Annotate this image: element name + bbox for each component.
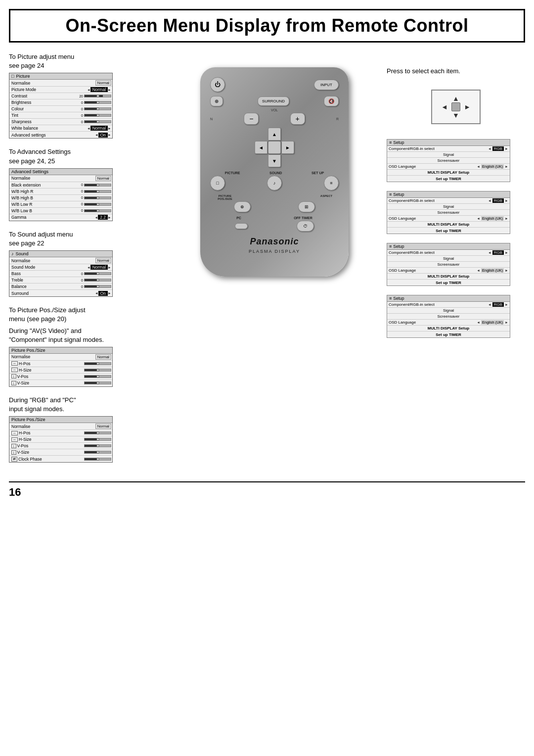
dpad-up-button[interactable]: ▲ xyxy=(268,128,281,141)
setup-box-3: ≡ Setup Component/RGB-in select ◄ RGB ► … xyxy=(387,243,510,286)
sound-button[interactable]: ♪ xyxy=(267,176,282,190)
setup-row: Component/RGB-in select ◄ RGB ► xyxy=(387,302,510,308)
picture-adjust-label: To Picture adjust menusee page 24 xyxy=(9,52,162,70)
vol-plus-button[interactable]: + xyxy=(290,113,305,125)
setup-row: Set up TIMER xyxy=(387,176,510,182)
off-timer-button[interactable]: ⏱ xyxy=(297,221,314,232)
remote-second-row: ⊕ SURROUND 🔇 xyxy=(210,96,339,106)
menu-row: ↕ V-Size xyxy=(9,449,112,456)
menu-row: W/B High B 0 xyxy=(9,195,112,201)
right-column: Press to select each item. ▲ ▼ ◄ ► ≡ Set… xyxy=(387,52,525,472)
advanced-settings-section: To Advanced Settingssee page 24, 25 Adva… xyxy=(9,147,162,221)
page-footer: 16 xyxy=(9,481,525,499)
mute-button[interactable]: 🔇 xyxy=(324,96,339,106)
menu-row: Picture Mode ◄ Normal ► xyxy=(9,87,112,93)
n-label: N xyxy=(210,117,213,121)
sound-adjust-section: To Sound adjust menusee page 22 ♪ Sound … xyxy=(9,230,162,297)
setup-box-2: ≡ Setup Component/RGB-in select ◄ RGB ► … xyxy=(387,191,510,234)
setup-row: Screensaver xyxy=(387,262,510,268)
pc-button[interactable] xyxy=(235,223,248,229)
picture-pos-rgb-section: During "RGB" and "PC"input signal modes.… xyxy=(9,396,162,463)
left-column: To Picture adjust menusee page 24 □ Pict… xyxy=(9,52,162,472)
menu-row: ⇌ Clock Phase xyxy=(9,456,112,462)
aspect-button[interactable]: ⊞ xyxy=(298,201,315,212)
dpad-left-button[interactable]: ◄ xyxy=(255,141,267,154)
input-button[interactable]: INPUT xyxy=(314,80,339,90)
menu-row: White balance ◄ Normal ► xyxy=(9,125,112,132)
power-button[interactable]: ⏻ xyxy=(210,77,225,92)
advanced-menu-box: Advanced Settings Normalise Normal Black… xyxy=(9,168,113,221)
setup-row: Signal xyxy=(387,152,510,158)
surround-button[interactable]: SURROUND xyxy=(258,96,289,106)
dpad-right-button[interactable]: ► xyxy=(281,141,294,154)
advanced-menu-title: Advanced Settings xyxy=(9,169,112,175)
menu-row: ↕ V-Size xyxy=(9,380,112,386)
picture-pos-rgb-label: During "RGB" and "PC"input signal modes. xyxy=(9,396,162,414)
menu-row: Contrast 20 xyxy=(9,93,112,99)
setup-row: OSD Language ◄ English (UK) ► xyxy=(387,164,510,170)
sound-menu-title: ♪ Sound xyxy=(9,251,112,257)
dpad-center-button[interactable] xyxy=(268,141,281,154)
cc-button[interactable]: ⊕ xyxy=(210,96,223,106)
menu-row: Normalise Normal xyxy=(9,257,112,264)
picture-pos-button[interactable]: ⊕ xyxy=(234,201,251,212)
sound-adjust-label: To Sound adjust menusee page 22 xyxy=(9,230,162,248)
setup-button[interactable]: ≡ xyxy=(324,176,339,190)
menu-row: Balance 0 xyxy=(9,284,112,290)
setup-icon-1: ≡ xyxy=(389,140,392,145)
setup-icon-2: ≡ xyxy=(389,192,392,197)
setup-row: MULTI DISPLAY Setup xyxy=(387,326,510,331)
picture-pos-label: PICTUREPOS./SIZE xyxy=(210,194,240,200)
menu-row: Surround ◄ On ► xyxy=(9,290,112,296)
setup-row: Component/RGB-in select ◄ RGB ► xyxy=(387,198,510,204)
menu-row: W/B Low R 0 xyxy=(9,201,112,208)
sound-icon: ♪ xyxy=(11,251,14,256)
setup-row: OSD Language ◄ English (UK) ► xyxy=(387,320,510,326)
nav-up-arrow: ▲ xyxy=(452,94,459,102)
nav-left-arrow: ◄ xyxy=(441,103,448,111)
menu-row: ↔ H-Size xyxy=(9,367,112,374)
menu-row: Normalise Normal xyxy=(9,354,112,361)
vol-nr-row: VOL xyxy=(210,108,339,112)
brand-logo: Panasonic xyxy=(210,236,339,247)
setup-row: Signal xyxy=(387,256,510,262)
nav-center-btn xyxy=(451,102,460,111)
center-column: ⏻ INPUT ⊕ SURROUND 🔇 VO xyxy=(162,52,387,472)
nav-down-arrow: ▼ xyxy=(452,111,459,119)
setup-section-2: ≡ Setup Component/RGB-in select ◄ RGB ► … xyxy=(387,191,525,234)
page-header: On-Screen Menu Display from Remote Contr… xyxy=(9,9,525,43)
bottom-labels-row: PICTURE SOUND SET UP xyxy=(210,171,339,175)
menu-row: ↔ H-Size xyxy=(9,436,112,443)
main-content: To Picture adjust menusee page 24 □ Pict… xyxy=(9,52,525,472)
setup-row: Screensaver xyxy=(387,158,510,164)
menu-row: Black extension 0 xyxy=(9,182,112,189)
setup-row: Screensaver xyxy=(387,210,510,216)
page-title: On-Screen Menu Display from Remote Contr… xyxy=(20,15,514,36)
menu-row: Bass 0 xyxy=(9,271,112,277)
picture-pos-av-menu-title: Picture Pos./Size xyxy=(9,347,112,354)
picture-button[interactable]: □ xyxy=(210,176,225,190)
menu-row: ↕ V-Pos xyxy=(9,374,112,380)
remote-top-row: ⏻ INPUT xyxy=(210,77,339,92)
picture-menu-title: □ Picture xyxy=(9,73,112,80)
picture-menu-box: □ Picture Normalise Normal Picture Mode … xyxy=(9,73,113,139)
right-top-label: Press to select each item. xyxy=(387,52,525,75)
menu-row: Sharpness 0 xyxy=(9,119,112,125)
setup-row: MULTI DISPLAY Setup xyxy=(387,170,510,176)
dpad-down-button[interactable]: ▼ xyxy=(268,154,281,167)
setup-section-1: ≡ Setup Component/RGB-in select ◄ RGB ► … xyxy=(387,139,525,182)
vol-minus-button[interactable]: − xyxy=(244,113,259,125)
menu-row: Normalise Normal xyxy=(9,80,112,87)
setup-row: Set up TIMER xyxy=(387,228,510,234)
setup-section-4: ≡ Setup Component/RGB-in select ◄ RGB ► … xyxy=(387,295,525,338)
pc-offtimer-row: ⏱ xyxy=(210,221,339,232)
menu-row: Tint 0 xyxy=(9,112,112,119)
picture-button-label: PICTURE xyxy=(225,171,240,175)
vol-row: N − + R xyxy=(210,113,339,125)
nav-display-inner: ▲ ▼ ◄ ► xyxy=(441,94,471,119)
nav-display: ▲ ▼ ◄ ► xyxy=(431,90,481,124)
setup-row: Signal xyxy=(387,308,510,314)
menu-row: W/B Low B 0 xyxy=(9,208,112,214)
menu-row: ↕ V-Pos xyxy=(9,443,112,449)
setup-row: OSD Language ◄ English (UK) ► xyxy=(387,216,510,222)
